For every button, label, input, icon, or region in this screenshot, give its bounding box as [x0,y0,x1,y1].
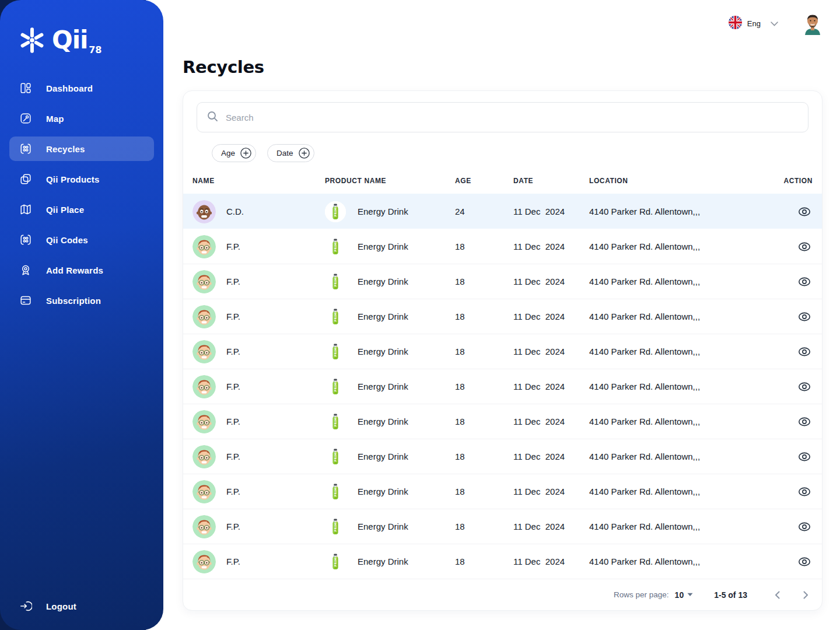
sidebar-item-add-rewards[interactable]: Add Rewards [0,255,163,285]
date-cell: 11 Dec 2024 [513,312,589,321]
svg-text:PRIME: PRIME [334,345,337,356]
sidebar-item-dashboard[interactable]: Dashboard [0,73,163,103]
next-page-button[interactable] [799,588,813,602]
chevron-right-icon [801,590,810,600]
name-cell: F.P. [192,445,325,468]
age-cell: 18 [455,416,513,426]
svg-text:PRIME: PRIME [334,415,337,426]
caret-down-icon [687,593,693,597]
view-details-button[interactable] [796,344,813,360]
name-cell: F.P. [192,515,325,538]
pagination: Rows per page: 10 1-5 of 13 [183,579,822,610]
recycles-icon [19,142,32,155]
age-cell: 18 [455,487,513,496]
energy-drink-bottle-icon: PRIME [325,271,346,292]
sidebar-item-qii-codes[interactable]: Qii Codes [0,225,163,255]
eye-icon [797,555,811,569]
sidebar-item-recycles[interactable]: Recycles [9,136,154,161]
action-cell [780,484,813,500]
energy-drink-bottle-icon: PRIME [325,551,346,572]
logout-icon [19,600,32,612]
date-cell: 11 Dec 2024 [513,416,589,426]
product-cell: PRIME Energy Drink [325,411,455,432]
date-cell: 11 Dec 2024 [513,452,589,461]
table-row: F.P. PRIME Energy Drink 18 11 Dec 2024 4… [183,264,822,299]
action-cell [780,554,813,570]
view-details-button[interactable] [796,239,813,255]
view-details-button[interactable] [796,554,813,570]
previous-page-button[interactable] [771,588,785,602]
view-details-button[interactable] [796,414,813,430]
logo-star-icon [18,26,46,54]
eye-icon [797,205,811,219]
sidebar-item-qii-place[interactable]: Qii Place [0,194,163,225]
action-cell [780,519,813,535]
filter-chip-label: Age [221,149,235,158]
view-details-button[interactable] [796,379,813,395]
column-header-name: NAME [192,177,325,185]
table-row: F.P. PRIME Energy Drink 18 11 Dec 2024 4… [183,299,822,334]
eye-icon [797,380,811,394]
svg-text:PRIME: PRIME [334,485,337,496]
sidebar-item-qii-products[interactable]: Qii Products [0,164,163,194]
date-cell: 11 Dec 2024 [513,522,589,531]
rows-per-page-label: Rows per page: [614,590,669,599]
svg-text:PRIME: PRIME [334,240,337,251]
products-icon [19,173,32,186]
energy-drink-bottle-icon: PRIME [325,376,346,397]
product-cell: PRIME Energy Drink [325,376,455,397]
age-cell: 18 [455,346,513,356]
product-cell: PRIME Energy Drink [325,446,455,467]
user-avatar[interactable] [802,12,824,35]
table-row: F.P. PRIME Energy Drink 18 11 Dec 2024 4… [183,334,822,369]
eye-icon [797,240,811,254]
uk-flag-icon [729,16,742,32]
recycler-name: F.P. [226,452,240,461]
date-cell: 11 Dec 2024 [513,382,589,391]
name-cell: F.P. [192,235,325,258]
brand-number: 78 [89,44,102,55]
product-name: Energy Drink [358,276,408,286]
logout-button[interactable]: Logout [19,600,76,612]
age-cell: 18 [455,452,513,461]
product-cell: PRIME Energy Drink [325,236,455,257]
location-cell: 4140 Parker Rd. Allentown,,, [589,312,780,321]
language-label: Eng [747,19,761,28]
product-cell: PRIME Energy Drink [325,201,455,222]
age-cell: 18 [455,522,513,531]
view-details-button[interactable] [796,449,813,465]
plus-circle-icon [299,148,310,159]
sidebar-item-map[interactable]: Map [0,103,163,134]
filter-chip-date[interactable]: Date [267,144,314,162]
topbar: Eng [163,0,840,47]
rows-per-page-value: 10 [675,590,684,600]
memoji-glasses-avatar [192,340,216,363]
product-name: Energy Drink [358,487,408,496]
rows-per-page-select[interactable]: 10 [675,590,694,600]
table-body: C.D. PRIME Energy Drink 24 11 Dec 2024 4… [183,194,822,579]
filter-chip-age[interactable]: Age [212,144,256,162]
location-cell: 4140 Parker Rd. Allentown,,, [589,276,780,286]
age-cell: 18 [455,556,513,566]
view-details-button[interactable] [796,484,813,500]
product-cell: PRIME Energy Drink [325,516,455,537]
date-cell: 11 Dec 2024 [513,242,589,251]
product-cell: PRIME Energy Drink [325,271,455,292]
view-details-button[interactable] [796,204,813,220]
view-details-button[interactable] [796,274,813,290]
language-selector[interactable]: Eng [729,16,778,32]
svg-text:PRIME: PRIME [334,310,337,321]
search-input[interactable] [226,113,798,123]
sidebar: Qii 78 DashboardMapRecyclesQii ProductsQ… [0,0,163,630]
eye-icon [797,345,811,359]
view-details-button[interactable] [796,309,813,325]
sidebar-item-label: Map [46,114,64,124]
view-details-button[interactable] [796,519,813,535]
sidebar-item-label: Qii Place [46,205,84,215]
name-cell: C.D. [192,200,325,223]
product-cell: PRIME Energy Drink [325,551,455,572]
sidebar-item-subscription[interactable]: Subscription [0,285,163,316]
svg-text:PRIME: PRIME [334,275,337,286]
svg-text:PRIME: PRIME [334,450,337,461]
codes-icon [19,233,32,246]
